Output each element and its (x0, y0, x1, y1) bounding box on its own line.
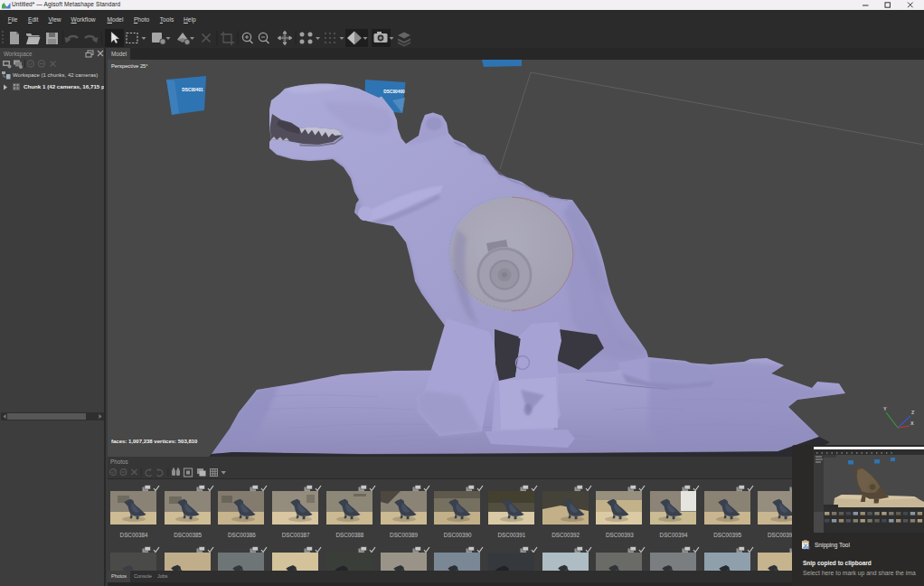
svg-text:Z: Z (911, 410, 915, 415)
svg-text:Y: Y (883, 406, 887, 411)
svg-text:X: X (910, 421, 914, 426)
svg-text:DSC00400: DSC00400 (383, 90, 405, 94)
svg-text:DSC00401: DSC00401 (182, 88, 203, 92)
